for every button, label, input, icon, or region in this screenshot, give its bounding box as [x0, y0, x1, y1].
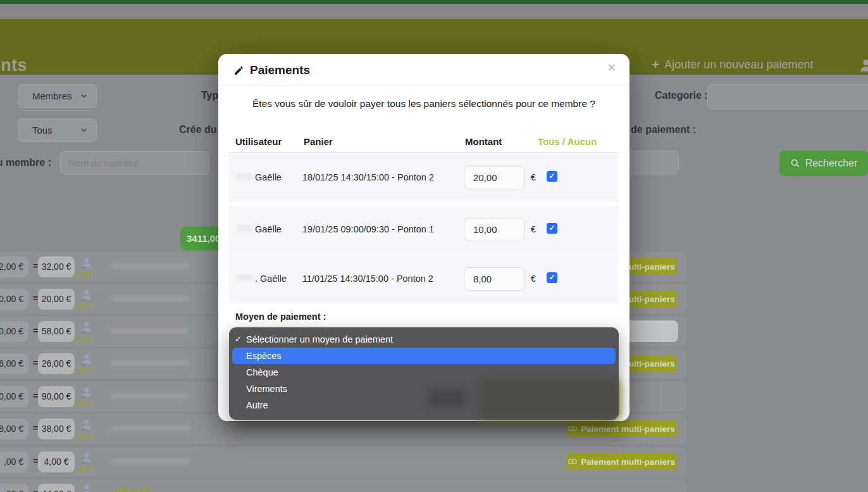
basket-row: Gaëlle 18/01/25 14:30/15:00 - Ponton 2 €…: [229, 154, 619, 202]
tous-select-value: Tous: [32, 125, 53, 136]
user-link[interactable]: user: [76, 398, 93, 408]
euro-sign: €: [531, 274, 536, 284]
payment-method-dropdown: ✓ Sélectionner un moyen de paiement Espè…: [229, 327, 619, 420]
equals-sign: =: [33, 391, 38, 401]
basket-checkbox[interactable]: ✓: [547, 171, 557, 182]
redacted-lastname: [236, 173, 252, 180]
cree-du-label: Crée du: [179, 124, 217, 136]
basket-panier: 11/01/25 14:30/15:00 - Ponton 2: [302, 274, 433, 284]
user-edit-icon: [79, 288, 93, 302]
confirmation-question: Êtes vous sûr de vouloir payer tous les …: [218, 98, 629, 110]
check-icon: ✓: [235, 331, 242, 348]
payment-row[interactable]: ,00 € = 4,00 € user Paiement multi-panie…: [0, 447, 686, 477]
amount-total: 4,00 €: [38, 451, 75, 472]
user-link[interactable]: user: [76, 464, 93, 474]
amount-paid: 6,00 €: [0, 353, 28, 374]
euro-sign: €: [531, 172, 536, 182]
payment-row[interactable]: ,00 € = 44,00 € JOLY Th: [0, 479, 686, 492]
user-link[interactable]: user: [76, 301, 93, 311]
redacted-text: [111, 426, 190, 431]
membres-select[interactable]: Membres: [18, 84, 97, 108]
user-edit-icon: [79, 256, 93, 270]
redacted-lastname: [236, 274, 252, 281]
dropdown-option-especes[interactable]: Espèces: [232, 348, 616, 364]
montant-input[interactable]: [464, 267, 525, 291]
equals-sign: =: [33, 358, 38, 368]
amount-paid: ,00 €: [0, 484, 28, 492]
amount-paid: 0,00 €: [0, 321, 28, 342]
chevron-down-icon: [79, 91, 89, 101]
tous-select[interactable]: Tous: [18, 118, 97, 142]
membre-input[interactable]: [60, 151, 209, 175]
dropdown-option-virements[interactable]: Virements: [229, 381, 619, 397]
banknote-icon: [568, 424, 577, 433]
equals-sign: =: [33, 423, 38, 433]
user-link[interactable]: user: [76, 365, 93, 375]
amount-paid: ,00 €: [0, 451, 28, 472]
modal-header: Paiements ×: [218, 54, 629, 85]
membre-label: Nom du membre :: [0, 157, 51, 168]
plus-icon: +: [652, 57, 659, 72]
user-link[interactable]: user: [76, 333, 93, 343]
basket-panier: 19/01/25 09:00/09:30 - Ponton 1: [302, 224, 434, 234]
toggle-all-none[interactable]: Tous / Aucun: [538, 136, 597, 147]
redacted-text: [111, 296, 190, 301]
amount-total: 44,00 €: [38, 484, 75, 492]
redacted-text: [111, 458, 190, 464]
user-edit-icon: [79, 386, 93, 400]
pencil-icon: [233, 65, 244, 76]
top-gray-band: [0, 4, 868, 19]
dropdown-option-placeholder[interactable]: ✓ Sélectionner un moyen de paiement: [229, 331, 619, 348]
categorie-input[interactable]: [707, 84, 868, 110]
dropdown-option-cheque[interactable]: Chèque: [229, 364, 619, 381]
amount-paid: 0,00 €: [0, 386, 28, 407]
basket-row: Gaëlle 19/01/25 09:00/09:30 - Ponton 1 €…: [229, 206, 619, 254]
equals-sign: =: [33, 456, 38, 466]
membres-select-value: Membres: [32, 91, 72, 101]
col-header-montant: Montant: [465, 136, 502, 147]
basket-user: Gaëlle: [255, 172, 282, 182]
amount-total: 38,00 €: [38, 419, 75, 439]
amount-paid: 0,00 €: [0, 289, 28, 310]
multi-paniers-badge[interactable]: Paiement multi-paniers: [566, 420, 677, 437]
montant-input[interactable]: [464, 218, 525, 241]
member-name-link[interactable]: JOLY Th: [114, 486, 152, 492]
basket-checkbox[interactable]: ✓: [547, 272, 557, 283]
user-edit-icon: [79, 451, 93, 465]
user-account-icon[interactable]: [858, 57, 868, 73]
col-header-utilisateur: Utilisateur: [235, 136, 282, 147]
montant-input[interactable]: [464, 166, 525, 189]
basket-panier: 18/01/25 14:30/15:00 - Ponton 2: [302, 172, 434, 182]
euro-sign: €: [531, 224, 536, 234]
amount-total: 20,00 €: [38, 289, 75, 310]
equals-sign: =: [33, 488, 38, 492]
redacted-text: [111, 328, 190, 334]
user-edit-icon: [79, 320, 93, 334]
basket-checkbox[interactable]: ✓: [547, 223, 557, 234]
add-payment-button[interactable]: + Ajouter un nouveau paiement: [652, 57, 813, 72]
dropdown-option-autre[interactable]: Autre: [229, 397, 619, 413]
redacted-text: [111, 263, 190, 269]
categorie-label: Categorie :: [655, 90, 708, 101]
chevron-down-icon: [79, 125, 89, 135]
basket-user: . Gaëlle: [255, 274, 287, 284]
modal-title: Paiements: [233, 63, 310, 77]
basket-user: Gaëlle: [255, 224, 282, 234]
banknote-icon: [568, 457, 577, 466]
amount-total: 58,00 €: [38, 321, 75, 342]
user-edit-icon: [79, 353, 93, 367]
close-icon[interactable]: ×: [607, 61, 616, 75]
basket-row: . Gaëlle 11/01/25 14:30/15:00 - Ponton 2…: [229, 255, 619, 303]
amount-total: 32,00 €: [38, 256, 75, 277]
equals-sign: =: [33, 293, 38, 303]
redacted-text: [111, 360, 190, 366]
user-link[interactable]: user: [76, 268, 93, 279]
redacted-lastname: [236, 225, 252, 232]
multi-paniers-badge[interactable]: Paiement multi-paniers: [566, 453, 677, 470]
amount-total: 26,00 €: [38, 353, 75, 374]
rechercher-button[interactable]: Rechercher: [779, 151, 868, 176]
app-screen: Paiements ⚙ Config + Ajouter un nouveau …: [0, 0, 868, 492]
amount-total: 90,00 €: [38, 386, 75, 407]
col-header-panier: Panier: [304, 136, 333, 147]
user-link[interactable]: user: [76, 431, 93, 441]
